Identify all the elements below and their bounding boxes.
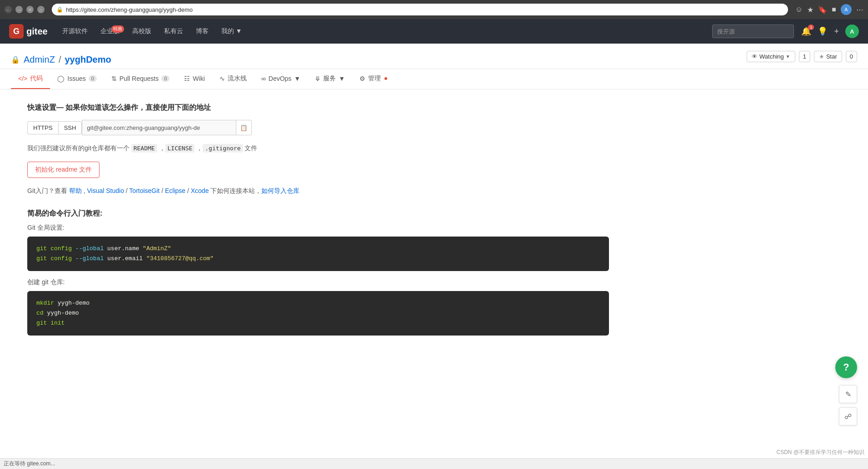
gitee-logo[interactable]: G gitee [9, 24, 48, 39]
eclipse-link[interactable]: Eclipse [165, 187, 185, 194]
nav-item-opensource[interactable]: 开源软件 [57, 25, 93, 38]
manage-dot [384, 77, 387, 80]
ssh-button[interactable]: SSH [58, 121, 82, 134]
quick-setup-title: 快速设置— 如果你知道该怎么操作，直接使用下面的地址 [27, 103, 609, 113]
tab-service[interactable]: ⤋ 服务 ▼ [308, 69, 352, 89]
tortoisegit-link[interactable]: TortoiseGit [129, 187, 160, 194]
copy-icon: 📋 [240, 124, 248, 131]
watch-button[interactable]: 👁 Watching ▼ [747, 51, 795, 62]
gitee-logo-icon: G [9, 24, 24, 39]
tab-issues[interactable]: ◯ Issues 0 [50, 69, 104, 89]
code-icon: </> [18, 75, 27, 82]
browser-extension-icon[interactable]: ■ [832, 5, 836, 14]
nav-item-university[interactable]: 高校版 [127, 25, 157, 38]
devops-dropdown-icon: ▼ [294, 75, 300, 82]
star-count-button[interactable]: 0 [846, 51, 857, 62]
import-repo-link[interactable]: 如何导入仓库 [261, 187, 299, 194]
nav-right: 🔔 1 💡 + A [801, 25, 859, 38]
repo-url-input[interactable] [82, 120, 236, 135]
browser-home-btn[interactable]: ⌂ [37, 6, 45, 13]
eye-icon: 👁 [752, 53, 758, 60]
page-content: 🔒 AdminZ / yyghDemo 👁 Watching ▼ 1 ★ Sta… [0, 44, 868, 469]
quick-setup-section: 快速设置— 如果你知道该怎么操作，直接使用下面的地址 HTTPS SSH 📋 我… [27, 103, 609, 195]
gitee-logo-text: gitee [26, 26, 48, 37]
status-text: 正在等待 gitee.com... [4, 460, 55, 468]
tab-pipeline-label: 流水线 [228, 74, 247, 83]
tab-devops[interactable]: ∞ DevOps ▼ [254, 69, 308, 89]
browser-forward-btn[interactable]: → [15, 6, 23, 13]
code-line-1: git config --global user.name "AdminZ" [36, 244, 600, 254]
tab-code[interactable]: </> 代码 [11, 69, 50, 89]
tab-wiki[interactable]: ☷ Wiki [177, 69, 212, 89]
tab-pipeline[interactable]: ∿ 流水线 [212, 69, 254, 89]
nav-add-btn[interactable]: + [834, 27, 839, 36]
license-code: LICENSE [165, 144, 195, 153]
tab-service-label: 服务 [323, 74, 336, 83]
tab-manage[interactable]: ⚙ 管理 [352, 69, 394, 89]
gitee-navbar: G gitee 开源软件 企业版 特惠 高校版 私有云 博客 我的 ▼ 🔔 1 … [0, 19, 868, 44]
tutorial-section: 简易的命令行入门教程: Git 全局设置: git config --globa… [27, 209, 609, 336]
nav-search-input[interactable] [712, 25, 794, 38]
readme-code: README [131, 144, 157, 153]
git-help-links: Git入门？查看 帮助 , Visual Studio / TortoiseGi… [27, 187, 609, 195]
tutorial-title: 简易的命令行入门教程: [27, 209, 609, 218]
copy-url-button[interactable]: 📋 [236, 120, 252, 135]
nav-user-avatar[interactable]: A [845, 25, 859, 38]
xcode-link[interactable]: Xcode [191, 187, 209, 194]
readme-notice: 我们强烈建议所有的git仓库都有一个 README ，LICENSE ，.git… [27, 144, 609, 153]
nav-item-enterprise[interactable]: 企业版 特惠 [95, 25, 125, 38]
browser-back-btn[interactable]: ← [5, 6, 12, 13]
repo-lock-icon: 🔒 [11, 55, 20, 64]
browser-bookmark-icon[interactable]: 🔖 [818, 5, 827, 14]
browser-chrome: ← → ✕ ⌂ 🔒 https://gitee.com/zheng-guangg… [0, 0, 868, 19]
float-edit-button[interactable]: ✎ [839, 385, 857, 403]
browser-addressbar[interactable]: 🔒 https://gitee.com/zheng-guangguang/yyg… [52, 4, 788, 15]
repo-separator: / [59, 54, 61, 65]
service-dropdown-icon: ▼ [339, 75, 345, 82]
browser-user-avatar[interactable]: A [841, 4, 852, 15]
lock-icon: 🔒 [56, 6, 63, 13]
browser-profile-icon[interactable]: ☺ [795, 5, 803, 14]
url-row: HTTPS SSH 📋 [27, 120, 609, 135]
status-bar: 正在等待 gitee.com... [0, 458, 868, 469]
repo-tabs: </> 代码 ◯ Issues 0 ⇅ Pull Requests 0 ☷ Wi… [0, 69, 868, 89]
tab-devops-label: DevOps [269, 75, 292, 82]
watch-label: Watching [759, 53, 784, 60]
repo-owner[interactable]: AdminZ [24, 54, 55, 65]
pipeline-icon: ∿ [219, 75, 225, 82]
nav-item-private[interactable]: 私有云 [159, 25, 189, 38]
star-icon: ★ [819, 53, 824, 60]
browser-menu-icon[interactable]: ⋯ [856, 5, 863, 14]
tab-wiki-label: Wiki [193, 75, 205, 82]
notification-badge: 1 [808, 25, 814, 30]
browser-close-btn[interactable]: ✕ [26, 6, 34, 13]
create-repo-label: 创建 git 仓库: [27, 278, 609, 286]
star-button[interactable]: ★ Star [814, 51, 842, 62]
code-line-2: git config --global user.email "34108567… [36, 254, 600, 264]
repo-name[interactable]: yyghDemo [65, 54, 111, 65]
browser-url: https://gitee.com/zheng-guangguang/yygh-… [66, 6, 193, 13]
repo-actions: 👁 Watching ▼ 1 ★ Star 0 [747, 51, 857, 69]
service-icon: ⤋ [315, 75, 320, 82]
help-link[interactable]: 帮助 [69, 187, 82, 194]
issues-count: 0 [89, 75, 97, 82]
float-chat-button[interactable]: ☍ [839, 407, 857, 425]
nav-items: 开源软件 企业版 特惠 高校版 私有云 博客 我的 ▼ [57, 25, 713, 38]
https-button[interactable]: HTTPS [27, 121, 58, 134]
code-line-mkdir: mkdir yygh-demo [36, 298, 600, 308]
global-config-label: Git 全局设置: [27, 224, 609, 232]
nav-item-blog[interactable]: 博客 [190, 25, 214, 38]
visual-studio-link[interactable]: Visual Studio [87, 187, 124, 194]
float-help-button[interactable]: ? [835, 356, 857, 378]
repo-title: 🔒 AdminZ / yyghDemo [11, 54, 111, 65]
global-config-code: git config --global user.name "AdminZ" g… [27, 237, 609, 271]
watch-count-button[interactable]: 1 [799, 51, 810, 62]
nav-notification-btn[interactable]: 🔔 1 [801, 26, 811, 36]
tab-pr-label: Pull Requests [120, 75, 159, 82]
star-label: Star [826, 53, 837, 60]
browser-star-icon[interactable]: ★ [807, 5, 813, 14]
init-readme-button[interactable]: 初始化 readme 文件 [27, 162, 100, 178]
nav-item-mine[interactable]: 我的 ▼ [216, 25, 248, 38]
nav-lightbulb-btn[interactable]: 💡 [818, 26, 828, 36]
tab-pullrequests[interactable]: ⇅ Pull Requests 0 [104, 69, 177, 89]
